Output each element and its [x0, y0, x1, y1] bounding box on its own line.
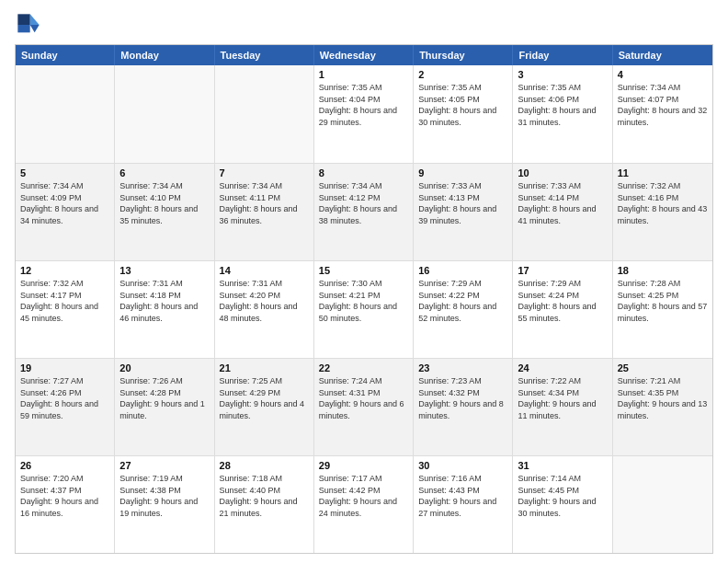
day-info: Sunrise: 7:31 AM Sunset: 4:18 PM Dayligh… — [119, 278, 209, 324]
day-info: Sunrise: 7:33 AM Sunset: 4:13 PM Dayligh… — [418, 180, 507, 226]
logo-icon — [15, 11, 42, 39]
day-number: 11 — [618, 167, 708, 178]
day-number: 23 — [418, 362, 507, 373]
day-info: Sunrise: 7:24 AM Sunset: 4:31 PM Dayligh… — [319, 375, 408, 421]
logo — [15, 11, 46, 39]
day-number: 12 — [20, 265, 109, 276]
day-header-monday: Monday — [115, 45, 214, 65]
calendar-cell: 27Sunrise: 7:19 AM Sunset: 4:38 PM Dayli… — [115, 456, 214, 553]
day-number: 1 — [319, 69, 408, 80]
day-number: 21 — [220, 362, 309, 373]
day-number: 15 — [319, 265, 408, 276]
svg-marker-0 — [30, 14, 40, 25]
day-info: Sunrise: 7:16 AM Sunset: 4:43 PM Dayligh… — [418, 473, 507, 519]
day-info: Sunrise: 7:23 AM Sunset: 4:32 PM Dayligh… — [418, 375, 507, 421]
day-info: Sunrise: 7:28 AM Sunset: 4:25 PM Dayligh… — [618, 278, 708, 324]
calendar-cell: 18Sunrise: 7:28 AM Sunset: 4:25 PM Dayli… — [613, 261, 712, 358]
day-number: 18 — [618, 265, 708, 276]
day-number: 14 — [220, 265, 309, 276]
day-number: 2 — [418, 69, 507, 80]
calendar-cell: 31Sunrise: 7:14 AM Sunset: 4:45 PM Dayli… — [513, 456, 612, 553]
day-number: 9 — [418, 167, 507, 178]
header — [15, 11, 713, 39]
day-number: 20 — [119, 362, 209, 373]
day-info: Sunrise: 7:18 AM Sunset: 4:40 PM Dayligh… — [220, 473, 309, 519]
day-info: Sunrise: 7:33 AM Sunset: 4:14 PM Dayligh… — [518, 180, 607, 226]
day-header-thursday: Thursday — [414, 45, 513, 65]
calendar-cell: 14Sunrise: 7:31 AM Sunset: 4:20 PM Dayli… — [215, 261, 314, 358]
day-number: 22 — [319, 362, 408, 373]
day-info: Sunrise: 7:25 AM Sunset: 4:29 PM Dayligh… — [220, 375, 309, 421]
svg-rect-2 — [17, 14, 29, 25]
day-number: 7 — [220, 167, 309, 178]
day-number: 10 — [518, 167, 607, 178]
calendar-cell: 9Sunrise: 7:33 AM Sunset: 4:13 PM Daylig… — [414, 164, 513, 260]
calendar: SundayMondayTuesdayWednesdayThursdayFrid… — [15, 44, 713, 554]
day-number: 13 — [119, 265, 209, 276]
day-number: 3 — [518, 69, 607, 80]
calendar-cell: 1Sunrise: 7:35 AM Sunset: 4:04 PM Daylig… — [314, 65, 414, 163]
day-number: 17 — [518, 265, 607, 276]
calendar-cell: 29Sunrise: 7:17 AM Sunset: 4:42 PM Dayli… — [314, 456, 414, 553]
day-info: Sunrise: 7:22 AM Sunset: 4:34 PM Dayligh… — [518, 375, 607, 421]
day-info: Sunrise: 7:35 AM Sunset: 4:04 PM Dayligh… — [319, 82, 408, 128]
calendar-row-5: 26Sunrise: 7:20 AM Sunset: 4:37 PM Dayli… — [16, 455, 712, 553]
day-number: 27 — [119, 460, 209, 471]
day-info: Sunrise: 7:32 AM Sunset: 4:16 PM Dayligh… — [618, 180, 708, 226]
day-info: Sunrise: 7:31 AM Sunset: 4:20 PM Dayligh… — [220, 278, 309, 324]
day-number: 8 — [319, 167, 408, 178]
calendar-cell: 10Sunrise: 7:33 AM Sunset: 4:14 PM Dayli… — [513, 164, 612, 260]
day-number: 16 — [418, 265, 507, 276]
day-number: 30 — [418, 460, 507, 471]
calendar-cell: 13Sunrise: 7:31 AM Sunset: 4:18 PM Dayli… — [115, 261, 214, 358]
calendar-cell: 16Sunrise: 7:29 AM Sunset: 4:22 PM Dayli… — [414, 261, 513, 358]
calendar-cell: 3Sunrise: 7:35 AM Sunset: 4:06 PM Daylig… — [513, 65, 612, 163]
day-info: Sunrise: 7:34 AM Sunset: 4:07 PM Dayligh… — [618, 82, 708, 128]
calendar-cell: 25Sunrise: 7:21 AM Sunset: 4:35 PM Dayli… — [613, 359, 712, 455]
calendar-cell: 28Sunrise: 7:18 AM Sunset: 4:40 PM Dayli… — [215, 456, 314, 553]
calendar-cell — [215, 65, 314, 163]
svg-marker-1 — [30, 25, 40, 32]
day-info: Sunrise: 7:32 AM Sunset: 4:17 PM Dayligh… — [20, 278, 109, 324]
day-number: 4 — [618, 69, 708, 80]
calendar-cell — [16, 65, 115, 163]
day-info: Sunrise: 7:34 AM Sunset: 4:10 PM Dayligh… — [119, 180, 209, 226]
day-number: 28 — [220, 460, 309, 471]
day-header-friday: Friday — [513, 45, 612, 65]
day-number: 25 — [618, 362, 708, 373]
day-info: Sunrise: 7:34 AM Sunset: 4:09 PM Dayligh… — [20, 180, 109, 226]
calendar-cell: 11Sunrise: 7:32 AM Sunset: 4:16 PM Dayli… — [613, 164, 712, 260]
day-number: 26 — [20, 460, 109, 471]
day-info: Sunrise: 7:27 AM Sunset: 4:26 PM Dayligh… — [20, 375, 109, 421]
calendar-cell: 19Sunrise: 7:27 AM Sunset: 4:26 PM Dayli… — [16, 359, 115, 455]
day-info: Sunrise: 7:29 AM Sunset: 4:22 PM Dayligh… — [418, 278, 507, 324]
day-header-wednesday: Wednesday — [314, 45, 414, 65]
calendar-cell: 15Sunrise: 7:30 AM Sunset: 4:21 PM Dayli… — [314, 261, 414, 358]
day-number: 24 — [518, 362, 607, 373]
svg-rect-3 — [17, 25, 29, 32]
calendar-cell: 6Sunrise: 7:34 AM Sunset: 4:10 PM Daylig… — [115, 164, 214, 260]
day-number: 19 — [20, 362, 109, 373]
day-info: Sunrise: 7:19 AM Sunset: 4:38 PM Dayligh… — [119, 473, 209, 519]
day-info: Sunrise: 7:35 AM Sunset: 4:06 PM Dayligh… — [518, 82, 607, 128]
calendar-cell: 17Sunrise: 7:29 AM Sunset: 4:24 PM Dayli… — [513, 261, 612, 358]
calendar-body: 1Sunrise: 7:35 AM Sunset: 4:04 PM Daylig… — [16, 65, 712, 553]
calendar-cell — [613, 456, 712, 553]
day-info: Sunrise: 7:26 AM Sunset: 4:28 PM Dayligh… — [119, 375, 209, 421]
calendar-cell: 20Sunrise: 7:26 AM Sunset: 4:28 PM Dayli… — [115, 359, 214, 455]
day-info: Sunrise: 7:14 AM Sunset: 4:45 PM Dayligh… — [518, 473, 607, 519]
day-info: Sunrise: 7:30 AM Sunset: 4:21 PM Dayligh… — [319, 278, 408, 324]
day-info: Sunrise: 7:34 AM Sunset: 4:11 PM Dayligh… — [220, 180, 309, 226]
calendar-cell: 5Sunrise: 7:34 AM Sunset: 4:09 PM Daylig… — [16, 164, 115, 260]
day-number: 6 — [119, 167, 209, 178]
calendar-cell: 22Sunrise: 7:24 AM Sunset: 4:31 PM Dayli… — [314, 359, 414, 455]
calendar-row-3: 12Sunrise: 7:32 AM Sunset: 4:17 PM Dayli… — [16, 260, 712, 358]
day-header-tuesday: Tuesday — [215, 45, 314, 65]
calendar-cell: 26Sunrise: 7:20 AM Sunset: 4:37 PM Dayli… — [16, 456, 115, 553]
day-number: 31 — [518, 460, 607, 471]
day-info: Sunrise: 7:29 AM Sunset: 4:24 PM Dayligh… — [518, 278, 607, 324]
calendar-cell — [115, 65, 214, 163]
calendar-cell: 12Sunrise: 7:32 AM Sunset: 4:17 PM Dayli… — [16, 261, 115, 358]
day-info: Sunrise: 7:35 AM Sunset: 4:05 PM Dayligh… — [418, 82, 507, 128]
day-info: Sunrise: 7:20 AM Sunset: 4:37 PM Dayligh… — [20, 473, 109, 519]
